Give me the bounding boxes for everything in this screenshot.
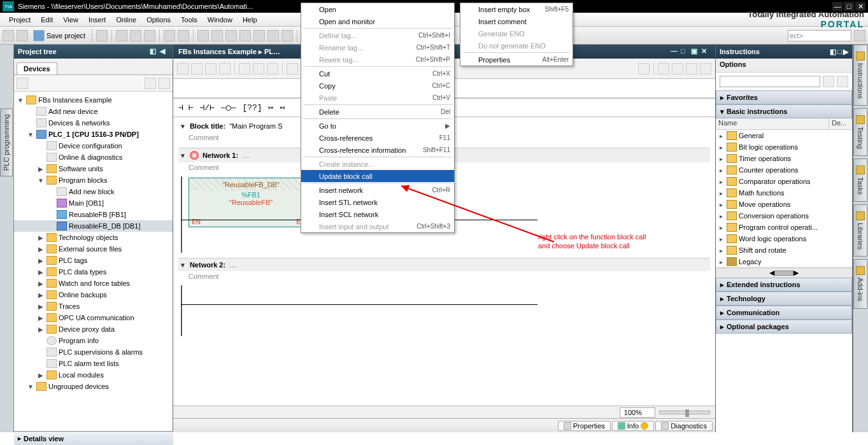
expand-arrow-icon[interactable]: ▸ (717, 224, 725, 231)
context-item-copy[interactable]: CopyCtrl+C (301, 80, 454, 92)
context-item-insert-comment[interactable]: Insert comment (460, 15, 573, 27)
expand-arrow-icon[interactable] (47, 188, 55, 195)
menu-edit[interactable]: Edit (36, 15, 58, 25)
menu-project[interactable]: Project (4, 15, 36, 25)
instruction-category[interactable]: ▸Conversion operations (716, 210, 852, 222)
tree-node[interactable]: ▼FBs Instances Example (14, 94, 173, 106)
context-item-go-to[interactable]: Go to▶ (301, 120, 454, 132)
context-item-delete[interactable]: DeleteDel (301, 106, 454, 118)
tree-node[interactable]: ▼Ungrouped devices (14, 381, 173, 392)
menu-online[interactable]: Online (111, 15, 141, 25)
expand-arrow-icon[interactable]: ▸ (717, 213, 725, 220)
expand-arrow-icon[interactable] (27, 108, 34, 115)
window-max-icon[interactable]: □ (681, 47, 690, 56)
context-item-insert-scl-network[interactable]: Insert SCL network (301, 208, 454, 220)
tree-node[interactable]: ▶Technology objects (14, 232, 173, 243)
net1-collapse-icon[interactable]: ▼ (180, 152, 186, 159)
undo-icon[interactable] (164, 30, 175, 41)
expand-arrow-icon[interactable] (47, 200, 55, 207)
expand-arrow-icon[interactable] (47, 211, 55, 218)
instruction-category[interactable]: ▸Legacy (716, 256, 852, 267)
col-desc[interactable]: De... (829, 118, 852, 129)
cut-icon[interactable] (116, 30, 127, 41)
monitor-on-icon[interactable] (638, 63, 650, 74)
vtab-libraries[interactable]: Libraries (853, 204, 867, 257)
expand-arrow-icon[interactable]: ▸ (717, 201, 725, 208)
vtab-tasks[interactable]: Tasks (853, 159, 867, 202)
fav-box[interactable]: [??] (242, 103, 262, 113)
expand-arrow-icon[interactable] (37, 154, 45, 161)
upload-icon[interactable] (225, 30, 237, 41)
search-go-icon[interactable] (854, 30, 865, 41)
menu-insert[interactable]: Insert (83, 15, 111, 25)
paste-icon[interactable] (144, 30, 155, 41)
network-2-comment[interactable]: Comment (178, 271, 710, 281)
expand-arrow-icon[interactable]: ▸ (717, 144, 725, 151)
context-item-cross-reference-information[interactable]: Cross-reference informationShift+F11 (301, 144, 454, 156)
instruction-category[interactable]: ▸Word logic operations (716, 233, 852, 244)
context-item-insert-empty-box[interactable]: Insert empty boxShift+F5 (460, 3, 573, 15)
compile-icon[interactable] (197, 30, 209, 41)
instruction-category[interactable]: ▸Counter operations (716, 164, 852, 176)
tree-node[interactable]: Main [OB1] (14, 197, 173, 209)
menu-tools[interactable]: Tools (176, 15, 203, 25)
panel-float-icon[interactable]: ◧ (830, 48, 836, 56)
panel-pin-icon[interactable]: □ (837, 48, 842, 56)
expand-arrow-icon[interactable]: ▼ (17, 97, 24, 104)
tag-icon[interactable] (205, 63, 217, 74)
menu-view[interactable]: View (58, 15, 83, 25)
favorites-icon[interactable] (239, 63, 250, 74)
tree-node[interactable]: ▶Traces (14, 300, 173, 312)
expand-arrow-icon[interactable] (27, 120, 34, 127)
expand-arrow-icon[interactable]: ▶ (37, 257, 45, 264)
h-scrollbar[interactable]: ◀▶ (716, 267, 852, 278)
tree-node[interactable]: ReusableFB_DB [DB1] (14, 220, 173, 232)
expand-arrow-icon[interactable] (37, 360, 45, 367)
expand-arrow-icon[interactable]: ▶ (37, 326, 45, 333)
redo-icon[interactable] (178, 30, 189, 41)
vtab-testing[interactable]: Testing (853, 108, 867, 156)
tree-node[interactable]: ▶PLC data types (14, 266, 173, 278)
instruction-category[interactable]: ▸Timer operations (716, 153, 852, 164)
tree-node[interactable]: Online & diagnostics (14, 152, 173, 163)
collapse-arrow-icon[interactable]: ▼ (180, 123, 186, 130)
instruction-category[interactable]: ▸General (716, 130, 852, 141)
tree-node[interactable]: ▶Online backups (14, 289, 173, 300)
print-icon[interactable] (96, 30, 108, 41)
block-title-value[interactable]: "Main Program S (229, 122, 282, 130)
tree-node[interactable]: ▼Program blocks (14, 174, 173, 186)
tab-info[interactable]: Info (612, 421, 654, 431)
tree-node[interactable]: Add new device (14, 106, 173, 117)
tree-node[interactable]: Add new block (14, 186, 173, 197)
tree-node[interactable]: ▶Watch and force tables (14, 278, 173, 289)
technology-section[interactable]: ▸Technology (716, 292, 852, 306)
instruction-category[interactable]: ▸Move operations (716, 199, 852, 210)
menu-options[interactable]: Options (141, 15, 176, 25)
favorites-section[interactable]: ▸Favorites (716, 90, 852, 104)
tab-diagnostics[interactable]: Diagnostics (655, 421, 713, 431)
tree-node[interactable]: ReusableFB [FB1] (14, 209, 173, 220)
expand-arrow-icon[interactable]: ▶ (37, 303, 45, 310)
start-cpu-icon[interactable] (267, 30, 279, 41)
project-tree[interactable]: ▼FBs Instances Example Add new device De… (14, 92, 173, 432)
context-item-update-block-call[interactable]: Update block call (301, 170, 454, 182)
tree-node[interactable]: ▶OPC UA communication (14, 312, 173, 323)
fav-contact-no[interactable]: ⊣ ⊢ (178, 102, 193, 113)
optional-packages-section[interactable]: ▸Optional packages (716, 320, 852, 334)
vtab-instructions[interactable]: Instructions (853, 45, 867, 106)
expand-arrow-icon[interactable]: ▶ (37, 166, 45, 173)
tree-node[interactable]: ▼PLC_1 [CPU 1516-3 PN/DP] (14, 129, 173, 140)
window-max2-icon[interactable]: ▣ (691, 47, 700, 56)
tool-b-icon[interactable] (672, 63, 683, 74)
tree-node[interactable]: Program info (14, 335, 173, 346)
context-item-cross-references[interactable]: Cross-referencesF11 (301, 132, 454, 144)
scroll-left-icon[interactable]: ◀ (769, 269, 774, 277)
expand-arrow-icon[interactable]: ▸ (717, 190, 725, 197)
expand-arrow-icon[interactable]: ▸ (717, 178, 725, 185)
table-view-icon[interactable] (145, 78, 156, 89)
tool-c-icon[interactable] (686, 63, 697, 74)
instruction-list[interactable]: ▸General▸Bit logic operations▸Timer oper… (716, 130, 852, 267)
insert-network2-icon[interactable] (191, 63, 203, 74)
expand-arrow-icon[interactable]: ▶ (37, 372, 45, 379)
basic-section[interactable]: ▾Basic instructions (716, 104, 852, 118)
